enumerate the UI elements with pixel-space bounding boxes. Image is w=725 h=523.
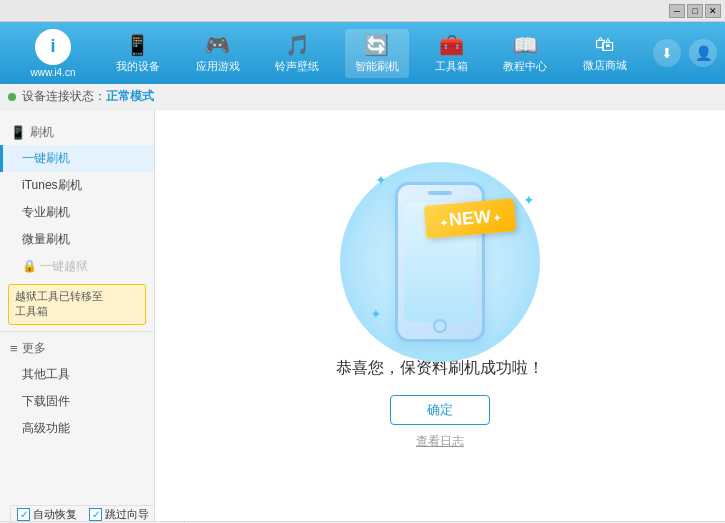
maximize-btn[interactable]: □ bbox=[687, 4, 703, 18]
user-btn[interactable]: 👤 bbox=[689, 39, 717, 67]
my-device-label: 我的设备 bbox=[116, 59, 160, 74]
smart-flash-icon: 🔄 bbox=[364, 33, 389, 57]
auto-flash-label: 自动恢复 bbox=[33, 507, 77, 522]
sidebar-item-other-tools[interactable]: 其他工具 bbox=[0, 361, 154, 388]
flash-section-header: 📱 刷机 bbox=[0, 120, 154, 145]
sparkle-icon-2: ✦ bbox=[370, 306, 382, 322]
sidebar-notice: 越狱工具已转移至 工具箱 bbox=[8, 284, 146, 325]
flash-section: 📱 刷机 一键刷机 iTunes刷机 专业刷机 微量刷机 🔒 一键越狱 越狱工具… bbox=[0, 114, 154, 331]
main-layout: 📱 刷机 一键刷机 iTunes刷机 专业刷机 微量刷机 🔒 一键越狱 越狱工具… bbox=[0, 110, 725, 521]
title-bar: ─ □ ✕ bbox=[0, 0, 725, 22]
content-area: NEW ✦ ✦ ✦ 恭喜您，保资料刷机成功啦！ 确定 查看日志 bbox=[155, 110, 725, 521]
skip-wizard-checkbox-item[interactable]: ✓ 跳过向导 bbox=[89, 507, 149, 522]
more-section-label: 更多 bbox=[22, 340, 46, 357]
top-nav: i www.i4.cn 📱 我的设备 🎮 应用游戏 🎵 铃声壁纸 🔄 智能刷机 … bbox=[0, 22, 725, 84]
skip-wizard-label: 跳过向导 bbox=[105, 507, 149, 522]
toolbox-label: 工具箱 bbox=[435, 59, 468, 74]
ringtones-label: 铃声壁纸 bbox=[275, 59, 319, 74]
nav-items: 📱 我的设备 🎮 应用游戏 🎵 铃声壁纸 🔄 智能刷机 🧰 工具箱 📖 教程中心… bbox=[98, 29, 645, 78]
sidebar-item-download-fw[interactable]: 下载固件 bbox=[0, 388, 154, 415]
auto-flash-checkbox-item[interactable]: ✓ 自动恢复 bbox=[17, 507, 77, 522]
sidebar: 📱 刷机 一键刷机 iTunes刷机 专业刷机 微量刷机 🔒 一键越狱 越狱工具… bbox=[0, 110, 155, 521]
tutorials-label: 教程中心 bbox=[503, 59, 547, 74]
tutorials-icon: 📖 bbox=[513, 33, 538, 57]
sidebar-item-one-click-flash[interactable]: 一键刷机 bbox=[0, 145, 154, 172]
close-btn[interactable]: ✕ bbox=[705, 4, 721, 18]
phone-home-btn bbox=[433, 319, 447, 333]
apps-games-icon: 🎮 bbox=[205, 33, 230, 57]
flash-section-label: 刷机 bbox=[30, 124, 54, 141]
conn-mode: 正常模式 bbox=[106, 88, 154, 105]
my-device-icon: 📱 bbox=[125, 33, 150, 57]
conn-status-bar: 设备连接状态： 正常模式 bbox=[0, 84, 725, 110]
smart-flash-label: 智能刷机 bbox=[355, 59, 399, 74]
checkbox-row: ✓ 自动恢复 ✓ 跳过向导 bbox=[10, 505, 156, 523]
weidian-icon: 🛍 bbox=[595, 33, 615, 56]
logo[interactable]: i www.i4.cn bbox=[8, 29, 98, 78]
more-section-icon: ≡ bbox=[10, 341, 18, 356]
sidebar-item-itunes-flash[interactable]: iTunes刷机 bbox=[0, 172, 154, 199]
sidebar-item-micro-flash[interactable]: 微量刷机 bbox=[0, 226, 154, 253]
auto-flash-checkbox[interactable]: ✓ bbox=[17, 508, 30, 521]
conn-label: 设备连接状态： bbox=[22, 88, 106, 105]
sparkle-icon-3: ✦ bbox=[523, 192, 535, 208]
nav-my-device[interactable]: 📱 我的设备 bbox=[106, 29, 170, 78]
ringtones-icon: 🎵 bbox=[285, 33, 310, 57]
nav-ringtones[interactable]: 🎵 铃声壁纸 bbox=[265, 29, 329, 78]
more-section: ≡ 更多 其他工具 下载固件 高级功能 bbox=[0, 331, 154, 444]
download-btn[interactable]: ⬇ bbox=[653, 39, 681, 67]
phone-wrap: NEW ✦ ✦ ✦ bbox=[395, 182, 485, 342]
apps-games-label: 应用游戏 bbox=[196, 59, 240, 74]
phone-illustration: NEW ✦ ✦ ✦ bbox=[395, 182, 485, 342]
nav-right-buttons: ⬇ 👤 bbox=[653, 39, 717, 67]
back-log-link[interactable]: 查看日志 bbox=[416, 433, 464, 450]
sparkle-icon-1: ✦ bbox=[375, 172, 387, 188]
nav-weidian[interactable]: 🛍 微店商城 bbox=[573, 29, 637, 77]
nav-tutorials[interactable]: 📖 教程中心 bbox=[493, 29, 557, 78]
conn-dot bbox=[8, 93, 16, 101]
sidebar-item-restore-disabled: 🔒 一键越狱 bbox=[0, 253, 154, 280]
minimize-btn[interactable]: ─ bbox=[669, 4, 685, 18]
sidebar-item-advanced[interactable]: 高级功能 bbox=[0, 415, 154, 442]
nav-smart-flash[interactable]: 🔄 智能刷机 bbox=[345, 29, 409, 78]
logo-icon: i bbox=[35, 29, 71, 65]
nav-toolbox[interactable]: 🧰 工具箱 bbox=[425, 29, 478, 78]
toolbox-icon: 🧰 bbox=[439, 33, 464, 57]
confirm-button[interactable]: 确定 bbox=[390, 395, 490, 425]
sidebar-item-pro-flash[interactable]: 专业刷机 bbox=[0, 199, 154, 226]
flash-section-icon: 📱 bbox=[10, 125, 26, 140]
phone-speaker bbox=[428, 191, 452, 195]
skip-wizard-checkbox[interactable]: ✓ bbox=[89, 508, 102, 521]
more-section-header: ≡ 更多 bbox=[0, 336, 154, 361]
weidian-label: 微店商城 bbox=[583, 58, 627, 73]
nav-apps-games[interactable]: 🎮 应用游戏 bbox=[186, 29, 250, 78]
logo-subtext: www.i4.cn bbox=[30, 67, 75, 78]
